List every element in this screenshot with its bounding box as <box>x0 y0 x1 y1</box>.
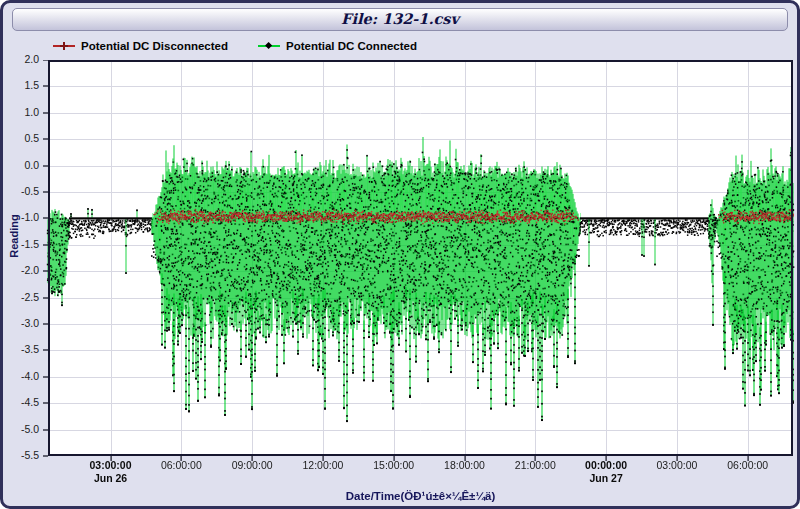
x-tick-sublabel: Jun 27 <box>589 472 622 484</box>
y-tick-label: -4.5 <box>21 396 39 408</box>
legend-label-connected: Potential DC Connected <box>286 40 417 52</box>
y-tick-label: -0.5 <box>21 185 39 197</box>
y-tick-label: -2.5 <box>21 291 39 303</box>
red-line-marker-icon <box>53 42 75 51</box>
y-tick-label: 0.0 <box>24 159 39 171</box>
black-diamond-icon <box>265 42 272 49</box>
y-tick-label: -1.5 <box>21 238 39 250</box>
y-tick-label: 1.5 <box>24 79 39 91</box>
legend-item-connected[interactable]: Potential DC Connected <box>258 40 417 52</box>
legend: Potential DC Disconnected Potential DC C… <box>53 40 417 52</box>
plot-area[interactable] <box>43 60 795 462</box>
chart-title: File: 132-1.csv <box>341 10 459 27</box>
red-cross-icon <box>63 42 65 50</box>
legend-label-disconnected: Potential DC Disconnected <box>81 40 228 52</box>
y-tick-label: -1.0 <box>21 211 39 223</box>
app-window: File: 132-1.csv Potential DC Disconnecte… <box>0 0 800 509</box>
x-axis-title: Date/Time(ÖÐ¹ú±ê×¼Ê±¼ä) <box>48 490 793 502</box>
y-tick-label: -2.0 <box>21 264 39 276</box>
y-tick-label: -3.5 <box>21 343 39 355</box>
y-tick-label: 1.0 <box>24 106 39 118</box>
green-line-marker-icon <box>258 42 280 51</box>
y-tick-label: -4.0 <box>21 370 39 382</box>
y-tick-label: 0.5 <box>24 132 39 144</box>
chart-title-bar: File: 132-1.csv <box>12 8 788 31</box>
y-tick-label: 2.0 <box>24 53 39 65</box>
legend-item-disconnected[interactable]: Potential DC Disconnected <box>53 40 228 52</box>
x-tick-sublabel: Jun 26 <box>94 472 127 484</box>
y-tick-label: -5.0 <box>21 423 39 435</box>
y-tick-label: -5.5 <box>21 449 39 461</box>
y-tick-label: -3.0 <box>21 317 39 329</box>
